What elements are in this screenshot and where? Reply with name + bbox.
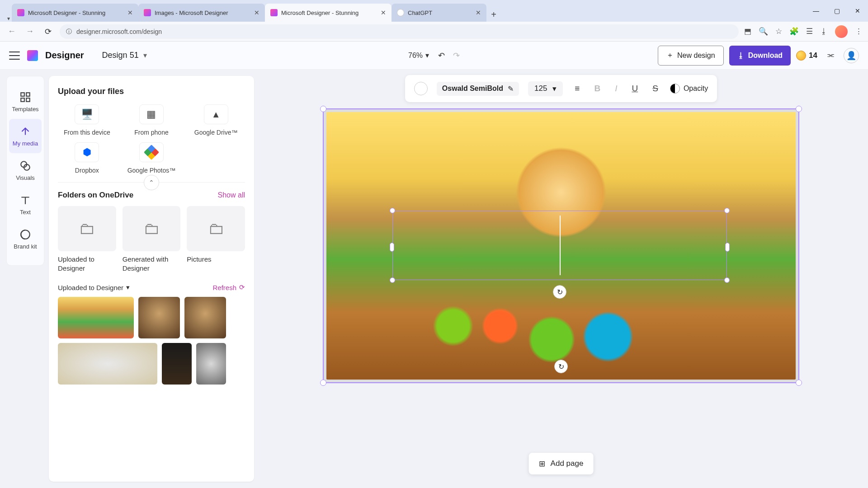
text-resize-handle-br[interactable] [724,277,730,283]
upload-google-photos[interactable]: Google Photos™ [123,142,181,174]
install-app-icon[interactable]: ⬒ [744,27,751,36]
browser-tab-4[interactable]: ChatGPT✕ [392,4,486,22]
account-icon[interactable]: 👤 [844,48,859,63]
canvas-resize-handle-br[interactable] [796,380,802,386]
menu-button[interactable] [9,52,20,60]
redo-button[interactable]: ↷ [453,51,460,61]
downloads-icon[interactable]: ⭳ [820,27,828,36]
text-resize-handle-bl[interactable] [390,277,395,283]
media-thumbnail-4[interactable] [58,343,157,385]
text-resize-handle-tl[interactable] [390,208,395,213]
favicon-chatgpt-icon [397,9,404,16]
window-close-icon[interactable]: ✕ [847,0,868,22]
add-page-button[interactable]: ⊞ Add page [529,453,594,474]
folder-generated[interactable]: 🗀Generated with Designer [123,206,181,272]
rail-my-media[interactable]: My media [9,119,42,153]
window-maximize-icon[interactable]: ▢ [826,0,847,22]
italic-button[interactable]: I [612,82,620,95]
underline-button[interactable]: U [629,82,641,95]
folder-pictures[interactable]: 🗀Pictures [187,206,245,272]
rail-text[interactable]: Text [9,188,42,222]
show-all-link[interactable]: Show all [218,191,245,199]
text-color-picker[interactable] [414,82,428,95]
upload-from-device[interactable]: 🖥️From this device [58,104,116,136]
favicon-designer-icon [144,9,151,16]
refresh-button[interactable]: Refresh ⟳ [212,283,245,291]
svg-rect-0 [21,93,24,96]
tab-scroll-icon[interactable]: ▾ [7,15,12,22]
rail-brand-kit[interactable]: Brand kit [9,222,42,256]
back-icon[interactable]: ← [5,25,18,38]
upload-icon [19,126,31,137]
tab-close-icon[interactable]: ✕ [476,9,481,16]
canvas-resize-handle-bl[interactable] [320,380,326,386]
text-resize-handle-tr[interactable] [724,208,730,213]
folder-uploaded[interactable]: 🗀Uploaded to Designer [58,206,116,272]
reading-list-icon[interactable]: ☰ [806,27,813,36]
download-button[interactable]: ⭳ Download [729,46,791,66]
favicon-designer-icon [270,9,278,16]
new-tab-button[interactable]: + [486,7,501,22]
undo-button[interactable]: ↶ [438,51,445,61]
new-design-label: New design [677,52,715,60]
uploaded-title: Uploaded to Designer [58,284,123,291]
forward-icon[interactable]: → [24,25,36,38]
edit-icon[interactable]: ✎ [508,84,514,93]
tab-title: Microsoft Designer - Stunning [28,9,105,16]
window-minimize-icon[interactable]: — [806,0,826,22]
text-resize-handle-mr[interactable] [725,243,730,252]
opacity-control[interactable]: Opacity [670,84,708,94]
address-bar[interactable]: ⓘ designer.microsoft.com/design [60,24,739,39]
bookmark-icon[interactable]: ☆ [775,27,782,36]
strikethrough-button[interactable]: S [650,82,661,95]
rail-templates[interactable]: Templates [9,84,42,119]
bold-button[interactable]: B [591,82,603,95]
zoom-dropdown[interactable]: 76% ▾ [408,51,429,60]
upload-dropbox[interactable]: ⬢Dropbox [58,142,116,174]
text-selection-box[interactable]: ↻ [392,211,727,280]
media-thumbnail-1[interactable] [58,297,134,338]
zoom-indicator-icon[interactable]: 🔍 [759,27,768,36]
canvas-resize-handle-tr[interactable] [796,106,802,112]
align-button[interactable]: ≡ [572,82,582,95]
reload-icon[interactable]: ⟳ [42,25,54,38]
refresh-icon: ⟳ [239,283,245,291]
text-resize-handle-ml[interactable] [390,243,394,252]
text-rotate-handle[interactable]: ↻ [553,285,566,299]
project-name-dropdown[interactable]: Design 51 ▾ [91,51,147,60]
new-design-button[interactable]: ＋ New design [658,46,724,66]
media-thumbnail-5[interactable] [162,343,192,385]
media-thumbnail-3[interactable] [184,297,226,338]
media-thumbnail-2[interactable] [138,297,180,338]
dropbox-icon: ⬢ [75,142,99,162]
font-name: Oswald SemiBold [442,84,503,93]
designer-logo-icon [27,50,38,61]
credits-value: 14 [809,51,817,60]
share-icon[interactable]: ⫘ [823,48,838,63]
canvas-resize-handle-tl[interactable] [320,106,326,112]
rail-visuals[interactable]: Visuals [9,153,42,188]
extensions-icon[interactable]: 🧩 [789,27,799,36]
browser-tab-3[interactable]: Microsoft Designer - Stunning✕ [265,4,392,22]
font-size-value: 125 [534,84,547,93]
canvas-area: Oswald SemiBold ✎ 125 ▾ ≡ B I U S Opacit… [254,70,868,488]
uploaded-section-dropdown[interactable]: Uploaded to Designer ▾ [58,283,130,291]
tab-close-icon[interactable]: ✕ [381,9,386,16]
browser-tab-2[interactable]: Images - Microsoft Designer✕ [138,4,265,22]
upload-google-drive[interactable]: ▲Google Drive™ [187,104,245,136]
text-icon [19,194,31,206]
browser-tab-1[interactable]: Microsoft Designer - Stunning✕ [12,4,138,22]
browser-menu-icon[interactable]: ⋮ [855,27,863,36]
canvas-rotate-handle[interactable]: ↻ [554,360,568,373]
font-selector[interactable]: Oswald SemiBold ✎ [437,82,519,96]
tab-close-icon[interactable]: ✕ [254,9,259,16]
credits-counter[interactable]: 14 [796,51,817,61]
profile-avatar[interactable] [835,25,848,38]
collapse-upload-button[interactable]: ⌃ [144,175,159,190]
site-info-icon[interactable]: ⓘ [66,28,72,36]
upload-from-phone[interactable]: ▦From phone [123,104,181,136]
tab-close-icon[interactable]: ✕ [127,9,133,16]
media-thumbnail-6[interactable] [196,343,226,385]
design-canvas[interactable]: ↻ [323,108,799,383]
font-size-selector[interactable]: 125 ▾ [528,81,563,96]
